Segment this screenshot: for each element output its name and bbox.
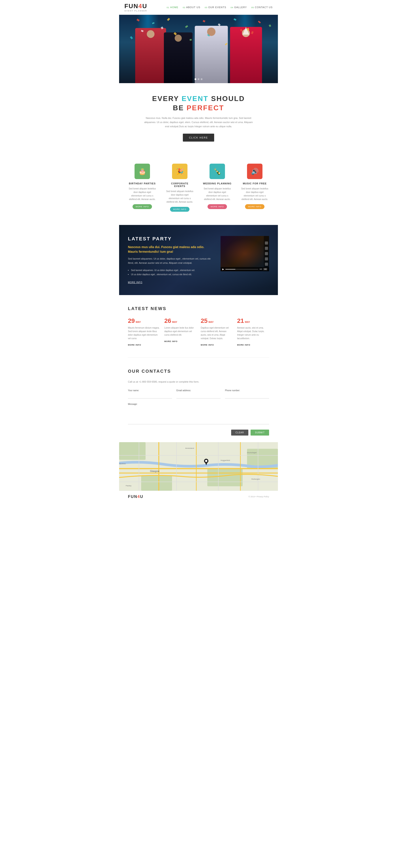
contacts-section: OUR CONTACTS Call us at +1 800 559 6580,…: [119, 358, 278, 442]
news-month-2: MAY: [172, 321, 177, 323]
name-field: Your name:: [128, 389, 172, 399]
video-controls: ▶ HD HD: [220, 267, 269, 271]
news-text-1: Mauris fernenum dictum magna. Sed lorem …: [128, 326, 160, 340]
header: FUN4U EVENT PLANNER 01 HOME 02 ABOUT US …: [119, 0, 278, 15]
svg-point-25: [205, 460, 207, 462]
tagline-be: BE: [173, 104, 184, 112]
service-wedding-desc: Sed loreet aliquam leotellus door dapibu…: [203, 187, 232, 201]
party-bullet-2: Ut us dolor dapibus eget , elementum vel…: [128, 272, 214, 277]
party-section-title: LATEST PARTY: [128, 236, 214, 242]
submit-button[interactable]: SUBMIT: [250, 430, 269, 436]
clear-button[interactable]: CLEAR: [231, 430, 248, 436]
news-more-3[interactable]: MORE INFO: [201, 344, 214, 346]
footer-logo-container: FUN4U: [128, 494, 143, 499]
news-item-1: 29 MAY Mauris fernenum dictum magna. Sed…: [128, 318, 160, 346]
tagline-every: EVERY: [152, 95, 179, 102]
svg-text:Paisley: Paisley: [126, 485, 131, 487]
service-music-btn[interactable]: MORE INFO: [245, 204, 265, 209]
news-item-2: 26 MAY Lorem aliquam leote lius dolor da…: [164, 318, 196, 346]
form-actions: CLEAR SUBMIT: [128, 430, 269, 436]
service-music-desc: Sed loreet aliquam leotellus door dapibu…: [240, 187, 269, 201]
video-progress-fill: [225, 269, 235, 270]
hero-dot-2[interactable]: [197, 78, 200, 80]
svg-text:Glasgow: Glasgow: [150, 470, 159, 472]
news-text-2: Lorem aliquam leote lius dolor dapibus e…: [164, 326, 196, 337]
party-video: ▶ HD HD: [220, 236, 269, 271]
party-desc: Sed laoreet aliquameo. Ut us dolor, dapi…: [128, 257, 214, 265]
email-label: Email address:: [177, 389, 220, 392]
tagline-should: SHOULD: [211, 95, 245, 102]
video-sidebar-icon-4: [265, 257, 268, 260]
service-corporate: 🎉 CORPORATE EVENTS Sed loreet aliquam le…: [163, 161, 196, 214]
email-input[interactable]: [177, 393, 220, 399]
latest-news-section: LATEST NEWS 29 MAY Mauris fernenum dictu…: [119, 295, 278, 358]
party-people: [119, 26, 278, 83]
video-sidebar-icon-1: [265, 242, 268, 245]
news-more-2[interactable]: MORE INFO: [164, 340, 178, 342]
email-field: Email address:: [177, 389, 220, 399]
party-more-info-link[interactable]: MORE INFO: [128, 281, 143, 284]
svg-text:Anniesland: Anniesland: [185, 447, 194, 449]
hero-dot-1[interactable]: [194, 78, 196, 80]
svg-rect-4: [141, 475, 172, 491]
hero-dot-3[interactable]: [201, 78, 203, 80]
party-bullets: Sed laoreet aliquameo. Ut us dolor dapib…: [128, 268, 214, 277]
name-input[interactable]: [128, 393, 172, 399]
tagline-title: EVERY EVENT SHOULD BE PERFECT: [137, 94, 260, 113]
message-textarea[interactable]: [128, 407, 269, 424]
message-field: Message:: [128, 403, 269, 425]
footer: FUN4U © 2014 • Privacy Policy: [119, 491, 278, 503]
news-day-4: 21: [237, 318, 244, 324]
news-more-4[interactable]: MORE INFO: [237, 344, 250, 346]
phone-label: Phone number:: [225, 389, 269, 392]
service-birthday-btn[interactable]: MORE INFO: [132, 204, 152, 209]
nav-home[interactable]: 01 HOME: [167, 6, 178, 9]
service-birthday-title: BIRTHDAY PARTIES: [128, 182, 157, 185]
party-subtitle: Nasceus mus ulla dui. Fusceu giat malesu…: [128, 245, 214, 254]
footer-logo-u: U: [140, 494, 143, 499]
name-label: Your name:: [128, 389, 172, 392]
footer-logo-fun: FUN: [128, 494, 138, 499]
party-bullet-1: Sed laoreet aliquameo. Ut us dolor dapib…: [128, 268, 214, 272]
svg-rect-3: [207, 469, 243, 486]
svg-text:Drumchapel: Drumchapel: [247, 452, 256, 454]
news-day-1: 29: [128, 318, 135, 324]
party-text: LATEST PARTY Nasceus mus ulla dui. Fusce…: [128, 236, 214, 284]
form-row-1: Your name: Email address: Phone number:: [128, 389, 269, 399]
logo-sub: EVENT PLANNER: [124, 10, 147, 12]
logo-four: 4: [139, 3, 143, 9]
news-more-1[interactable]: MORE INFO: [128, 344, 141, 346]
nav-contact[interactable]: 05 CONTACT US: [251, 6, 273, 9]
svg-rect-1: [119, 442, 146, 460]
party-content: LATEST PARTY Nasceus mus ulla dui. Fusce…: [128, 236, 269, 284]
video-sidebar-icon-2: [265, 247, 268, 250]
news-text-3: Dapibus eget elementum vel curss eleifen…: [201, 326, 233, 340]
map-svg: Glasgow Paisley Drumchapel Hogganfield A…: [119, 442, 278, 491]
news-month-1: MAY: [135, 321, 141, 323]
service-corporate-btn[interactable]: MORE INFO: [170, 207, 189, 212]
video-hd-badge: HD: [263, 268, 267, 270]
tagline-section: EVERY EVENT SHOULD BE PERFECT Nasceus mu…: [119, 83, 278, 155]
service-birthday-desc: Sed loreet aliquam leotellus door dapibu…: [128, 187, 157, 201]
phone-input[interactable]: [225, 393, 269, 399]
click-here-button[interactable]: CLICK HERE: [183, 134, 214, 142]
news-month-4: MAY: [245, 321, 250, 323]
service-music-icon: 🔊: [247, 164, 263, 179]
news-day-2: 26: [164, 318, 171, 324]
service-birthday: 🎂 BIRTHDAY PARTIES Sed loreet aliquam le…: [126, 161, 159, 214]
nav-events[interactable]: 03 OUR EVENTS: [205, 6, 226, 9]
news-item-3: 25 MAY Dapibus eget elementum vel curss …: [201, 318, 233, 346]
navigation: 01 HOME 02 ABOUT US 03 OUR EVENTS 04 GAL…: [167, 6, 273, 9]
tagline-perfect: PERFECT: [187, 104, 224, 112]
message-label: Message:: [128, 403, 269, 405]
video-play-icon[interactable]: ▶: [222, 268, 224, 270]
phone-field: Phone number:: [225, 389, 269, 399]
contacts-subtitle: Call us at +1 800 559 6580, request a qu…: [128, 380, 269, 383]
nav-gallery[interactable]: 04 GALLERY: [231, 6, 247, 9]
nav-about[interactable]: 02 ABOUT US: [183, 6, 201, 9]
news-item-4: 21 MAY Aenean aucto, wisi et urna. Aliqa…: [237, 318, 269, 346]
service-wedding-btn[interactable]: MORE INFO: [208, 204, 227, 209]
contacts-title: OUR CONTACTS: [128, 369, 269, 374]
map-section: Glasgow Paisley Drumchapel Hogganfield A…: [119, 442, 278, 491]
service-birthday-icon: 🎂: [134, 164, 150, 179]
